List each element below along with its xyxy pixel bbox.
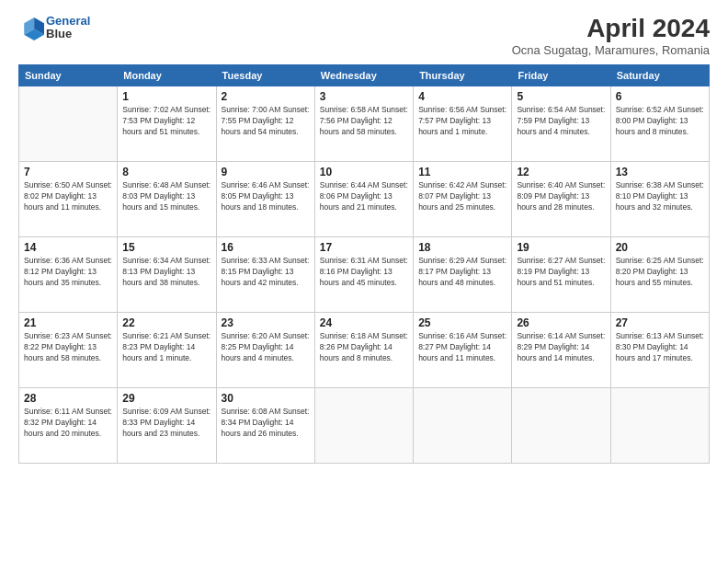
day-info: Sunrise: 6:16 AM Sunset: 8:27 PM Dayligh… xyxy=(418,331,506,364)
day-info: Sunrise: 6:31 AM Sunset: 8:16 PM Dayligh… xyxy=(320,256,408,289)
calendar-cell: 17Sunrise: 6:31 AM Sunset: 8:16 PM Dayli… xyxy=(314,236,413,312)
calendar-cell: 3Sunrise: 6:58 AM Sunset: 7:56 PM Daylig… xyxy=(314,86,413,161)
calendar-cell: 25Sunrise: 6:16 AM Sunset: 8:27 PM Dayli… xyxy=(414,312,512,387)
logo-icon xyxy=(18,15,44,40)
day-number: 6 xyxy=(616,90,704,103)
day-number: 19 xyxy=(517,241,605,254)
header-tuesday: Tuesday xyxy=(216,64,314,86)
day-info: Sunrise: 6:44 AM Sunset: 8:06 PM Dayligh… xyxy=(320,180,408,213)
calendar-cell: 11Sunrise: 6:42 AM Sunset: 8:07 PM Dayli… xyxy=(414,161,512,236)
calendar-cell: 13Sunrise: 6:38 AM Sunset: 8:10 PM Dayli… xyxy=(610,161,709,236)
day-number: 4 xyxy=(418,90,506,103)
header-thursday: Thursday xyxy=(414,64,512,86)
calendar-cell: 4Sunrise: 6:56 AM Sunset: 7:57 PM Daylig… xyxy=(414,86,512,161)
day-number: 17 xyxy=(320,241,408,254)
day-info: Sunrise: 6:54 AM Sunset: 7:59 PM Dayligh… xyxy=(517,105,605,138)
calendar-cell: 6Sunrise: 6:52 AM Sunset: 8:00 PM Daylig… xyxy=(610,86,709,161)
day-number: 9 xyxy=(222,166,310,178)
day-info: Sunrise: 6:38 AM Sunset: 8:10 PM Dayligh… xyxy=(616,180,704,213)
day-number: 25 xyxy=(418,316,506,329)
calendar-cell xyxy=(414,387,512,463)
day-number: 29 xyxy=(122,392,210,405)
calendar-cell: 19Sunrise: 6:27 AM Sunset: 8:19 PM Dayli… xyxy=(512,236,610,312)
calendar-cell: 9Sunrise: 6:46 AM Sunset: 8:05 PM Daylig… xyxy=(216,161,314,236)
day-number: 23 xyxy=(222,316,310,329)
day-number: 3 xyxy=(320,90,408,103)
day-info: Sunrise: 6:27 AM Sunset: 8:19 PM Dayligh… xyxy=(517,256,605,289)
day-info: Sunrise: 6:40 AM Sunset: 8:09 PM Dayligh… xyxy=(517,180,605,213)
day-number: 21 xyxy=(24,316,112,329)
day-info: Sunrise: 6:25 AM Sunset: 8:20 PM Dayligh… xyxy=(616,256,704,289)
day-info: Sunrise: 6:08 AM Sunset: 8:34 PM Dayligh… xyxy=(222,407,310,440)
day-info: Sunrise: 6:33 AM Sunset: 8:15 PM Dayligh… xyxy=(222,256,310,289)
calendar-cell xyxy=(314,387,413,463)
header-wednesday: Wednesday xyxy=(314,64,413,86)
weekday-header-row: Sunday Monday Tuesday Wednesday Thursday… xyxy=(19,64,710,86)
page-header: General Blue April 2024 Ocna Sugatag, Ma… xyxy=(18,15,710,57)
day-number: 30 xyxy=(222,392,310,405)
logo-line1: General xyxy=(46,14,90,28)
day-number: 5 xyxy=(517,90,605,103)
day-info: Sunrise: 7:00 AM Sunset: 7:55 PM Dayligh… xyxy=(222,105,310,138)
day-info: Sunrise: 6:36 AM Sunset: 8:12 PM Dayligh… xyxy=(24,256,112,289)
day-number: 14 xyxy=(24,241,112,254)
calendar-cell: 18Sunrise: 6:29 AM Sunset: 8:17 PM Dayli… xyxy=(414,236,512,312)
day-info: Sunrise: 6:23 AM Sunset: 8:22 PM Dayligh… xyxy=(24,331,112,364)
calendar-cell xyxy=(610,387,709,463)
day-info: Sunrise: 6:11 AM Sunset: 8:32 PM Dayligh… xyxy=(24,407,112,440)
day-info: Sunrise: 6:46 AM Sunset: 8:05 PM Dayligh… xyxy=(222,180,310,213)
day-info: Sunrise: 6:29 AM Sunset: 8:17 PM Dayligh… xyxy=(418,256,506,289)
calendar-table: Sunday Monday Tuesday Wednesday Thursday… xyxy=(18,64,710,464)
day-number: 7 xyxy=(24,166,112,178)
calendar-page: General Blue April 2024 Ocna Sugatag, Ma… xyxy=(0,0,728,563)
day-info: Sunrise: 6:14 AM Sunset: 8:29 PM Dayligh… xyxy=(517,331,605,364)
day-info: Sunrise: 6:48 AM Sunset: 8:03 PM Dayligh… xyxy=(122,180,210,213)
day-info: Sunrise: 6:50 AM Sunset: 8:02 PM Dayligh… xyxy=(24,180,112,213)
calendar-cell: 27Sunrise: 6:13 AM Sunset: 8:30 PM Dayli… xyxy=(610,312,709,387)
logo-text: General Blue xyxy=(46,15,90,41)
day-number: 8 xyxy=(122,166,210,178)
day-number: 2 xyxy=(222,90,310,103)
calendar-cell: 23Sunrise: 6:20 AM Sunset: 8:25 PM Dayli… xyxy=(216,312,314,387)
calendar-cell: 10Sunrise: 6:44 AM Sunset: 8:06 PM Dayli… xyxy=(314,161,413,236)
title-block: April 2024 Ocna Sugatag, Maramures, Roma… xyxy=(512,15,710,57)
day-number: 10 xyxy=(320,166,408,178)
day-number: 26 xyxy=(517,316,605,329)
day-info: Sunrise: 6:56 AM Sunset: 7:57 PM Dayligh… xyxy=(418,105,506,138)
day-info: Sunrise: 6:13 AM Sunset: 8:30 PM Dayligh… xyxy=(616,331,704,364)
day-number: 28 xyxy=(24,392,112,405)
day-number: 27 xyxy=(616,316,704,329)
day-number: 1 xyxy=(122,90,210,103)
day-info: Sunrise: 6:18 AM Sunset: 8:26 PM Dayligh… xyxy=(320,331,408,364)
day-number: 24 xyxy=(320,316,408,329)
day-number: 15 xyxy=(122,241,210,254)
calendar-cell: 29Sunrise: 6:09 AM Sunset: 8:33 PM Dayli… xyxy=(118,387,216,463)
day-info: Sunrise: 6:20 AM Sunset: 8:25 PM Dayligh… xyxy=(222,331,310,364)
day-number: 12 xyxy=(517,166,605,178)
header-monday: Monday xyxy=(118,64,216,86)
logo: General Blue xyxy=(18,15,90,41)
calendar-cell: 28Sunrise: 6:11 AM Sunset: 8:32 PM Dayli… xyxy=(19,387,118,463)
day-number: 22 xyxy=(122,316,210,329)
day-number: 11 xyxy=(418,166,506,178)
calendar-cell: 8Sunrise: 6:48 AM Sunset: 8:03 PM Daylig… xyxy=(118,161,216,236)
calendar-cell: 14Sunrise: 6:36 AM Sunset: 8:12 PM Dayli… xyxy=(19,236,118,312)
day-info: Sunrise: 6:34 AM Sunset: 8:13 PM Dayligh… xyxy=(122,256,210,289)
calendar-cell: 26Sunrise: 6:14 AM Sunset: 8:29 PM Dayli… xyxy=(512,312,610,387)
location-subtitle: Ocna Sugatag, Maramures, Romania xyxy=(512,43,710,57)
calendar-cell: 20Sunrise: 6:25 AM Sunset: 8:20 PM Dayli… xyxy=(610,236,709,312)
calendar-cell: 21Sunrise: 6:23 AM Sunset: 8:22 PM Dayli… xyxy=(19,312,118,387)
calendar-cell: 2Sunrise: 7:00 AM Sunset: 7:55 PM Daylig… xyxy=(216,86,314,161)
calendar-cell: 30Sunrise: 6:08 AM Sunset: 8:34 PM Dayli… xyxy=(216,387,314,463)
calendar-cell: 5Sunrise: 6:54 AM Sunset: 7:59 PM Daylig… xyxy=(512,86,610,161)
day-info: Sunrise: 7:02 AM Sunset: 7:53 PM Dayligh… xyxy=(122,105,210,138)
header-saturday: Saturday xyxy=(610,64,709,86)
calendar-cell: 16Sunrise: 6:33 AM Sunset: 8:15 PM Dayli… xyxy=(216,236,314,312)
day-number: 18 xyxy=(418,241,506,254)
calendar-cell xyxy=(512,387,610,463)
header-sunday: Sunday xyxy=(19,64,118,86)
calendar-cell: 12Sunrise: 6:40 AM Sunset: 8:09 PM Dayli… xyxy=(512,161,610,236)
day-number: 13 xyxy=(616,166,704,178)
day-info: Sunrise: 6:52 AM Sunset: 8:00 PM Dayligh… xyxy=(616,105,704,138)
logo-line2: Blue xyxy=(46,28,90,40)
